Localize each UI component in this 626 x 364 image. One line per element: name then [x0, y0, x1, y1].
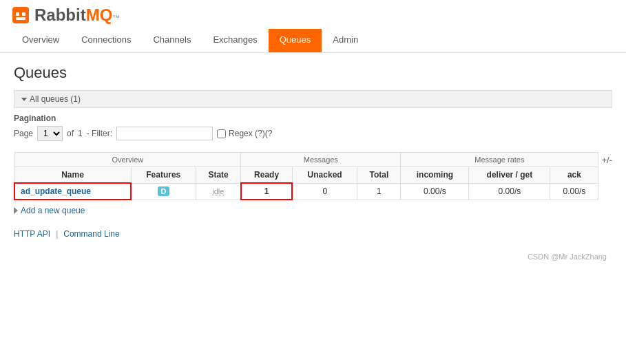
- svg-rect-3: [16, 17, 25, 20]
- queue-ready: 1: [241, 183, 293, 200]
- col-header-features: Features: [131, 167, 196, 184]
- svg-rect-1: [16, 12, 19, 16]
- filter-label: - Filter:: [87, 129, 112, 138]
- footer: HTTP API | Command Line: [14, 229, 612, 239]
- regex-checkbox[interactable]: [217, 129, 226, 138]
- of-text: of: [67, 129, 74, 138]
- rabbitmq-logo-icon: [11, 6, 30, 25]
- col-header-ready: Ready: [241, 167, 293, 184]
- col-header-incoming: incoming: [401, 167, 469, 184]
- queue-total: 1: [357, 183, 401, 200]
- messages-group-header: Messages: [241, 153, 401, 167]
- add-queue-triangle-icon: [14, 207, 18, 214]
- page-title: Queues: [14, 64, 612, 82]
- pagination-label: Pagination: [14, 114, 612, 123]
- command-line-link[interactable]: Command Line: [63, 229, 119, 239]
- filter-input[interactable]: [116, 127, 213, 140]
- queues-table: Overview Messages Message rates Name Fea…: [14, 152, 598, 200]
- plus-minus-control[interactable]: +/-: [601, 152, 612, 168]
- nav-admin[interactable]: Admin: [322, 29, 369, 52]
- state-idle-text: idle: [212, 187, 224, 195]
- main-nav: Overview Connections Channels Exchanges …: [11, 29, 615, 52]
- queue-state: idle: [196, 183, 240, 200]
- message-rates-group-header: Message rates: [401, 153, 598, 167]
- col-header-ack: ack: [550, 167, 598, 184]
- regex-text: Regex (?)(?: [229, 129, 272, 138]
- col-header-unacked: Unacked: [292, 167, 357, 184]
- svg-rect-2: [22, 12, 25, 16]
- regex-label[interactable]: Regex (?)(?: [217, 129, 272, 138]
- feature-badge-d: D: [158, 186, 170, 196]
- queue-name[interactable]: ad_update_queue: [14, 183, 131, 200]
- nav-exchanges[interactable]: Exchanges: [202, 29, 268, 52]
- section-triangle-icon: [21, 98, 27, 101]
- nav-connections[interactable]: Connections: [70, 29, 142, 52]
- add-queue-label: Add a new queue: [21, 206, 85, 215]
- page-select[interactable]: 1: [37, 126, 63, 141]
- queue-unacked: 0: [292, 183, 357, 200]
- pagination-area: Pagination Page 1 of 1 - Filter: Regex (…: [14, 114, 612, 141]
- http-api-link[interactable]: HTTP API: [14, 229, 50, 239]
- nav-queues[interactable]: Queues: [269, 29, 322, 52]
- total-pages: 1: [78, 129, 83, 138]
- footer-separator: |: [56, 229, 58, 239]
- table-row: ad_update_queue D idle 1 0 1 0.00/s 0.00…: [14, 183, 598, 200]
- col-header-state: State: [196, 167, 240, 184]
- svg-rect-0: [12, 7, 29, 23]
- watermark: CSDN @Mr JackZhang: [14, 253, 612, 261]
- page-text: Page: [14, 129, 33, 138]
- logo: RabbitMQ™: [11, 6, 615, 25]
- overview-group-header: Overview: [14, 153, 241, 167]
- queue-incoming: 0.00/s: [401, 183, 469, 200]
- queue-ack: 0.00/s: [550, 183, 598, 200]
- all-queues-label: All queues (1): [30, 94, 81, 104]
- queue-deliver-get: 0.00/s: [469, 183, 550, 200]
- nav-channels[interactable]: Channels: [142, 29, 202, 52]
- queue-features: D: [131, 183, 196, 200]
- nav-overview[interactable]: Overview: [11, 29, 70, 52]
- logo-text: RabbitMQ™: [34, 6, 120, 25]
- col-header-deliver-get: deliver / get: [469, 167, 550, 184]
- col-header-name: Name: [14, 167, 131, 184]
- add-queue-link[interactable]: Add a new queue: [14, 206, 598, 215]
- all-queues-section[interactable]: All queues (1): [14, 90, 612, 108]
- col-header-total: Total: [357, 167, 401, 184]
